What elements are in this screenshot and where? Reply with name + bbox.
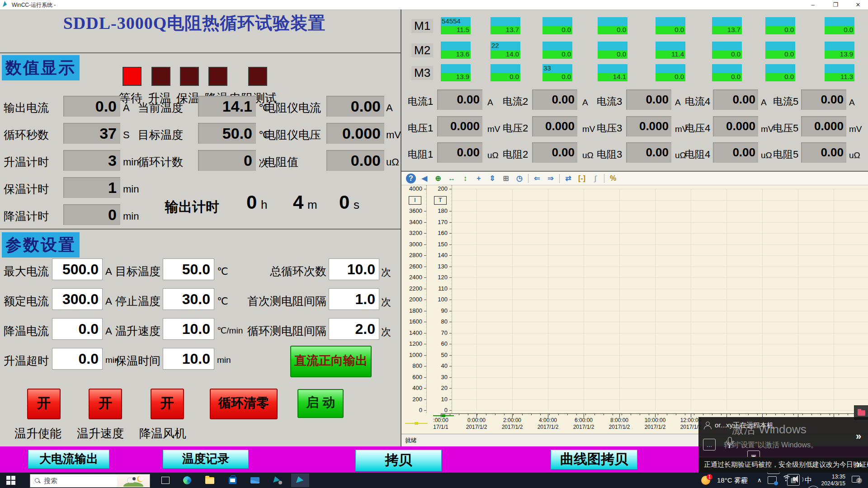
y2-tick-90: 90 (428, 307, 448, 314)
input-method-indicator[interactable]: 中 (805, 473, 812, 488)
bottom-button-曲线图拷贝[interactable]: 曲线图拷贝 (551, 450, 637, 469)
param-input-总循环次数[interactable]: 10.0 (329, 258, 379, 280)
param-input-最大电流[interactable]: 500.0 (52, 258, 103, 280)
task-view-icon[interactable] (156, 474, 175, 487)
microphone-icon[interactable] (726, 437, 733, 450)
axis-separator (451, 185, 452, 434)
monitor-cell-M1-3: 0.0 (542, 17, 572, 34)
param-input-升温超时[interactable]: 0.0 (52, 348, 103, 370)
x-minor-tick (513, 413, 514, 415)
param-label-保温时间: 保温时间 (115, 353, 161, 368)
toolbar-prev-curve-icon[interactable]: ⇐ (531, 173, 543, 184)
weather-temp[interactable]: 18°C 雾霾 (717, 473, 748, 488)
restore-button[interactable]: ❐ (826, 0, 845, 9)
tray-expand-caret[interactable]: ∧ (757, 473, 762, 488)
dc-forward-output-button[interactable]: 直流正向输出 (290, 346, 372, 377)
wifi-icon[interactable] (782, 475, 791, 483)
chat-icon[interactable]: … (703, 439, 716, 450)
h-gridline (452, 399, 868, 400)
monitor-cell-M1-5: 0.0 (656, 17, 685, 34)
y1-tickmark (424, 322, 426, 322)
output-timer-unit: s (354, 198, 359, 212)
h-gridline (452, 410, 868, 411)
mail-icon[interactable] (246, 474, 264, 487)
meas-label-电阻1: 电阻1 (408, 148, 433, 161)
y2-tickmark (449, 366, 452, 366)
notification-icon[interactable]: 2 (852, 475, 862, 483)
display-label-电阻值: 电阻值 (264, 155, 325, 169)
param-input-循环测电阻间隔[interactable]: 2.0 (329, 318, 379, 340)
toggle-label-温升使能: 温升使能 (14, 426, 61, 441)
bottom-button-大电流输出[interactable]: 大电流输出 (28, 450, 109, 469)
monitor-cell-top (598, 17, 627, 26)
close-button[interactable]: ✕ (848, 0, 868, 9)
toolbar-value-brackets-icon[interactable]: [-] (576, 173, 588, 184)
toolbar-scale-y-icon[interactable]: ⇕ (486, 173, 499, 184)
overlay-expand-chevron[interactable]: » (856, 431, 861, 442)
meas-value-电阻1: 0.00 (437, 142, 482, 163)
param-input-额定电流[interactable]: 300.0 (52, 288, 103, 310)
monitor-cell-M2-6: 0.0 (712, 42, 742, 59)
trend-chart[interactable]: 4000360034003200300028002600240022002000… (401, 185, 868, 434)
toolbar-next-curve-icon[interactable]: ⇒ (544, 173, 557, 184)
toolbar-time-range-icon[interactable]: ◷ (513, 173, 526, 184)
toolbar-swap-axes-icon[interactable]: ⇄ (562, 173, 575, 184)
param-input-保温时间[interactable]: 10.0 (163, 348, 214, 370)
y2-tick-120: 120 (428, 274, 448, 281)
param-input-停止温度[interactable]: 30.0 (163, 288, 214, 310)
meas-unit: mV (761, 124, 774, 134)
weather-icon[interactable]: 1 (701, 475, 713, 486)
x-minor-tick (848, 413, 848, 415)
start-menu-button[interactable] (6, 476, 15, 485)
edge-browser-icon[interactable] (178, 474, 196, 487)
security-expand-chevron[interactable]: » (857, 459, 862, 470)
y2-tickmark (449, 311, 452, 311)
monitor-cell-value: 13.7 (506, 26, 519, 33)
bottom-button-拷贝[interactable]: 拷贝 (355, 450, 442, 471)
toolbar-help-icon[interactable]: ? (406, 174, 416, 183)
wincc-runtime-icon[interactable] (291, 474, 309, 487)
toggle-button-温升使能[interactable]: 开 (27, 389, 61, 419)
volume-icon[interactable] (793, 475, 802, 483)
param-input-目标温度[interactable]: 50.0 (163, 258, 214, 280)
x-minor-tick (775, 413, 776, 415)
param-unit: min (217, 355, 231, 365)
microsoft-store-icon[interactable] (223, 474, 241, 487)
monitor-cell-value: 13.6 (456, 50, 469, 58)
toolbar-percent-scale-icon[interactable]: % (607, 173, 619, 184)
y1-tick-3400: 3400 (402, 219, 422, 225)
meas-label-电阻3: 电阻3 (597, 148, 622, 161)
param-input-温升速度[interactable]: 10.0 (163, 318, 214, 340)
status-lamp-降温 (208, 67, 227, 86)
toggle-button-降温风机[interactable]: 开 (151, 389, 184, 419)
param-input-首次测电阻间隔[interactable]: 1.0 (329, 288, 379, 310)
minimize-button[interactable]: – (803, 0, 823, 9)
x-minor-tick (784, 413, 785, 415)
y1-tick-3200: 3200 (402, 230, 422, 236)
h-gridline (452, 211, 868, 211)
cycle-reset-button[interactable]: 循环清零 (210, 389, 278, 419)
toolbar-zoom-x-icon[interactable]: ↔ (445, 173, 458, 184)
start-button[interactable]: 启 动 (297, 389, 344, 418)
display-unit: min (123, 156, 139, 168)
toolbar-pan-icon[interactable]: + (472, 173, 485, 184)
search-icon (35, 478, 40, 483)
toolbar-statistics-icon[interactable]: ∫ (589, 173, 602, 184)
toolbar-select-panel-icon[interactable]: ◀ (418, 173, 431, 184)
bottom-button-温度记录[interactable]: 温度记录 (163, 450, 249, 469)
monitor-cell-value: 0.0 (784, 50, 794, 58)
remote-session-tray-icon[interactable] (768, 476, 777, 484)
file-explorer-icon[interactable] (201, 474, 219, 487)
y1-tickmark (424, 410, 426, 411)
param-input-降温电流[interactable]: 0.0 (52, 318, 103, 340)
x-minor-tick (757, 413, 758, 415)
toolbar-zoom-y-icon[interactable]: ↕ (459, 173, 472, 184)
toggle-button-温升速度[interactable]: 开 (89, 389, 122, 419)
tray-clock[interactable]: 13:352024/3/15 (817, 474, 845, 487)
wincc-explorer-icon[interactable] (269, 474, 287, 487)
y1-tickmark (424, 399, 426, 400)
toolbar-zoom-window-icon[interactable]: ⊞ (500, 173, 512, 184)
taskbar-search-input[interactable]: 搜索 (30, 474, 150, 488)
x-minor-tick (821, 413, 821, 415)
toolbar-zoom-in-icon[interactable]: ⊕ (432, 173, 444, 184)
